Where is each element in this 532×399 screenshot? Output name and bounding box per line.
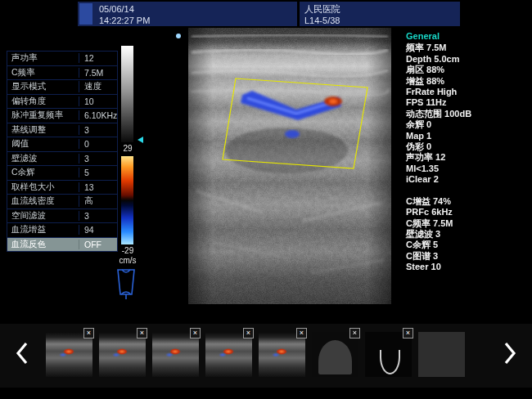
param-value: 0 (79, 139, 117, 149)
param-row-prf[interactable]: 脉冲重复频率 6.10KHz (7, 109, 117, 123)
datetime-tab-icon (79, 3, 92, 25)
param-row-line-density[interactable]: 血流线密度 高 (7, 195, 117, 209)
param-line-c-persistence: C余辉 5 (406, 240, 529, 250)
thumbnail-slot-empty[interactable] (418, 332, 465, 377)
colorbar-max: 29 (118, 144, 138, 153)
phantom-shape (318, 340, 352, 374)
thumbnail-strip: × × × × × × × (46, 332, 465, 377)
param-value: 13 (79, 182, 117, 192)
param-line-framerate: FrRate High (406, 87, 529, 97)
param-row-c-persistence[interactable]: C余辉 5 (7, 166, 117, 181)
param-line-frequency: 频率 7.5M (406, 43, 529, 53)
param-line-iclear: iClear 2 (406, 174, 529, 185)
flow-spot-blue (59, 352, 67, 357)
thumbnail-3[interactable]: × (152, 332, 199, 377)
chevron-left-icon (13, 341, 31, 365)
param-label: 显示模式 (7, 81, 79, 92)
param-value: 速度 (79, 81, 117, 92)
chevron-right-icon (501, 341, 519, 365)
param-value: 7.5M (79, 68, 117, 78)
hospital-box: 人民医院 L14-5/38 (300, 2, 460, 26)
param-line-c-gain: C增益 74% (406, 196, 529, 207)
flow-spot-blue (112, 352, 120, 357)
param-line-steer: Steer 10 (406, 262, 529, 272)
preset-label: General (406, 31, 529, 42)
panel-gap (406, 186, 529, 196)
ultrasound-image[interactable] (188, 28, 391, 304)
param-line-map: Map 1 (406, 131, 529, 141)
param-label: 壁滤波 (7, 153, 79, 164)
param-line-sector: 扇区 88% (406, 65, 529, 75)
param-label: 血流线密度 (7, 195, 79, 207)
param-value: 3 (79, 154, 117, 164)
gain-marker-icon (138, 137, 143, 143)
datetime-box: 05/06/14 14:22:27 PM (78, 2, 297, 26)
param-row-wall-filter[interactable]: 壁滤波 3 (7, 152, 117, 167)
param-row-packet-size[interactable]: 取样包大小 13 (7, 181, 117, 195)
close-icon[interactable]: × (349, 328, 360, 338)
hospital-name: 人民医院 (304, 3, 455, 15)
param-row-spatial-filter[interactable]: 空间滤波 3 (7, 209, 117, 224)
param-label: 基线调整 (7, 124, 79, 136)
param-line-acoustic-power: 声功率 12 (406, 152, 529, 163)
param-row-display-mode[interactable]: 显示模式 速度 (7, 80, 117, 95)
flow-spot-blue (272, 352, 280, 357)
filmstrip-prev-button[interactable] (13, 341, 31, 365)
param-line-c-map: C图谱 3 (406, 251, 529, 262)
param-label: C频率 (7, 67, 79, 78)
doppler-colorbar (121, 156, 133, 244)
param-label: 血流增益 (7, 224, 79, 235)
image-overlay (188, 28, 391, 304)
param-label: 取样包大小 (7, 182, 79, 193)
thumbnail-4[interactable]: × (205, 332, 252, 377)
param-line-persistence: 余辉 0 (406, 119, 529, 130)
param-line-depth: Depth 5.0cm (406, 54, 529, 65)
param-label: 声功率 (7, 52, 79, 64)
param-row-flow-invert[interactable]: 血流反色 OFF (7, 238, 117, 252)
thumbnail-5[interactable]: × (259, 332, 305, 377)
date-text: 05/06/14 (99, 3, 292, 15)
param-label: 血流反色 (7, 239, 79, 250)
param-row-steer-angle[interactable]: 偏转角度 10 (7, 95, 117, 110)
close-icon[interactable]: × (296, 328, 307, 338)
param-value: 12 (79, 53, 117, 63)
marker-shape (380, 350, 401, 375)
colorbar-unit: cm/s (115, 256, 141, 265)
thumbnail-1[interactable]: × (46, 332, 92, 377)
param-row-baseline[interactable]: 基线调整 3 (7, 123, 117, 138)
thumbnail-2[interactable]: × (99, 332, 146, 377)
filmstrip-next-button[interactable] (501, 341, 519, 365)
param-row-c-freq[interactable]: C频率 7.5M (7, 66, 117, 81)
param-value: 6.10KHz (79, 110, 117, 120)
param-row-flow-gain[interactable]: 血流增益 94 (7, 223, 117, 238)
close-icon[interactable]: × (403, 328, 413, 338)
param-line-c-frequency: C频率 7.5M (406, 218, 529, 229)
close-icon[interactable]: × (83, 328, 94, 338)
param-value: OFF (79, 240, 117, 249)
body-marker-icon (114, 267, 138, 303)
flow-spot-blue (165, 352, 174, 357)
thumbnail-6[interactable]: × (312, 332, 358, 377)
param-value: 94 (79, 225, 117, 235)
param-row-threshold[interactable]: 阈值 0 (7, 137, 117, 152)
param-value: 高 (79, 195, 117, 207)
param-value: 5 (79, 168, 117, 177)
param-line-dynamic-range: 动态范围 100dB (406, 109, 529, 119)
param-line-mi: MI<1.35 (406, 164, 529, 174)
param-line-prfc: PRFc 6kHz (406, 207, 529, 217)
close-icon[interactable]: × (137, 328, 147, 338)
probe-label: L14-5/38 (304, 15, 455, 26)
close-icon[interactable]: × (190, 328, 201, 338)
param-label: 偏转角度 (7, 96, 79, 107)
close-icon[interactable]: × (243, 328, 254, 338)
colorbar-min: -29 (116, 246, 139, 255)
param-line-gain: 增益 88% (406, 76, 529, 87)
param-line-tint: 伪彩 0 (406, 141, 529, 152)
thumbnail-7[interactable]: × (365, 332, 412, 377)
param-row-acoustic-power[interactable]: 声功率 12 (7, 52, 117, 66)
image-info-panel: General 频率 7.5M Depth 5.0cm 扇区 88% 增益 88… (406, 31, 529, 273)
param-label: 脉冲重复频率 (7, 110, 79, 121)
probe-orientation-dot-icon (176, 34, 181, 38)
doppler-params-panel: 声功率 12 C频率 7.5M 显示模式 速度 偏转角度 10 脉冲重复频率 6… (7, 51, 118, 252)
param-value: 3 (79, 211, 117, 221)
